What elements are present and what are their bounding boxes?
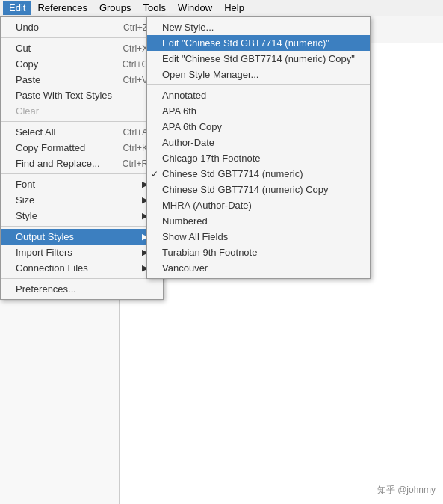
menu-paste-text-styles[interactable]: Paste With Text Styles <box>1 87 163 103</box>
output-styles-numbered-label: Numbered <box>162 215 208 227</box>
edit-menu: Undo Ctrl+Z Cut Ctrl+X Copy Ctrl+C Paste… <box>0 16 164 300</box>
output-styles-gbt-copy[interactable]: Chinese Std GBT7714 (numeric) Copy <box>147 182 370 197</box>
menu-find-replace-shortcut: Ctrl+R <box>123 159 148 169</box>
menu-font-label: Font <box>16 179 35 190</box>
output-styles-annotated-label: Annotated <box>162 90 206 101</box>
menu-copy-shortcut: Ctrl+C <box>123 59 148 70</box>
separator-6 <box>147 84 370 85</box>
output-styles-vancouver-label: Vancouver <box>162 262 208 274</box>
output-styles-author-date-label: Author-Date <box>162 137 214 148</box>
output-styles-apa6-copy[interactable]: APA 6th Copy <box>147 119 370 135</box>
output-styles-edit-copy[interactable]: Edit "Chinese Std GBT7714 (numeric) Copy… <box>147 51 370 67</box>
output-styles-mhra[interactable]: MHRA (Author-Date) <box>147 197 370 213</box>
output-styles-author-date[interactable]: Author-Date <box>147 135 370 150</box>
menu-style[interactable]: Style ▶ <box>1 208 163 224</box>
output-styles-apa6[interactable]: APA 6th <box>147 103 370 119</box>
output-styles-gbt-checked[interactable]: ✓ Chinese Std GBT7714 (numeric) <box>147 166 370 182</box>
menu-font[interactable]: Font ▶ <box>1 176 163 192</box>
menu-clear[interactable]: Clear <box>1 103 163 119</box>
output-styles-apa6-label: APA 6th <box>162 105 196 117</box>
output-styles-submenu: New Style... Edit "Chinese Std GBT7714 (… <box>146 16 371 279</box>
menu-copy-formatted-shortcut: Ctrl+K <box>123 143 148 153</box>
output-styles-vancouver[interactable]: Vancouver <box>147 260 370 276</box>
output-styles-edit-copy-label: Edit "Chinese Std GBT7714 (numeric) Copy… <box>162 53 355 64</box>
output-styles-gbt-copy-label: Chinese Std GBT7714 (numeric) Copy <box>162 184 329 195</box>
menu-preferences-label: Preferences... <box>16 283 76 295</box>
output-styles-turabian-label: Turabian 9th Footnote <box>162 247 257 258</box>
output-styles-chicago[interactable]: Chicago 17th Footnote <box>147 150 370 166</box>
output-styles-annotated[interactable]: Annotated <box>147 87 370 103</box>
menubar-window[interactable]: Window <box>172 1 218 15</box>
output-styles-new[interactable]: New Style... <box>147 19 370 35</box>
menubar-tools[interactable]: Tools <box>137 1 172 15</box>
menu-find-replace-label: Find and Replace... <box>16 158 100 169</box>
menu-paste[interactable]: Paste Ctrl+V <box>1 72 163 87</box>
menu-undo-label: Undo <box>16 22 39 33</box>
separator-2 <box>1 121 163 122</box>
menu-find-replace[interactable]: Find and Replace... Ctrl+R <box>1 156 163 171</box>
separator-3 <box>1 173 163 174</box>
menu-copy-label: Copy <box>16 58 38 70</box>
output-styles-open-manager[interactable]: Open Style Manager... <box>147 67 370 82</box>
output-styles-show-all[interactable]: Show All Fields <box>147 229 370 245</box>
menu-copy-formatted-label: Copy Formatted <box>16 142 85 153</box>
menu-paste-label: Paste <box>16 74 40 85</box>
menu-cut-shortcut: Ctrl+X <box>123 43 148 54</box>
separator-5 <box>1 278 163 279</box>
menu-connection-files[interactable]: Connection Files ▶ <box>1 260 163 276</box>
output-styles-chicago-label: Chicago 17th Footnote <box>162 153 261 164</box>
menu-style-label: Style <box>16 210 37 221</box>
menu-paste-shortcut: Ctrl+V <box>123 75 148 85</box>
separator-1 <box>1 37 163 38</box>
output-styles-show-all-label: Show All Fields <box>162 231 228 242</box>
menu-cut[interactable]: Cut Ctrl+X <box>1 40 163 56</box>
menu-select-all-label: Select All <box>16 126 55 138</box>
menu-paste-text-label: Paste With Text Styles <box>16 90 112 101</box>
menu-import-filters[interactable]: Import Filters ▶ <box>1 245 163 260</box>
menu-preferences[interactable]: Preferences... <box>1 281 163 297</box>
output-styles-numbered[interactable]: Numbered <box>147 213 370 229</box>
output-styles-new-label: New Style... <box>162 22 214 33</box>
watermark: 知乎 @johnmy <box>377 484 436 497</box>
output-styles-edit-current[interactable]: Edit "Chinese Std GBT7714 (numeric)" <box>147 35 370 51</box>
menu-import-filters-label: Import Filters <box>16 247 72 258</box>
menu-size-label: Size <box>16 194 34 206</box>
menu-select-all[interactable]: Select All Ctrl+A <box>1 124 163 140</box>
menu-select-all-shortcut: Ctrl+A <box>123 127 148 138</box>
output-styles-mhra-label: MHRA (Author-Date) <box>162 200 252 211</box>
menu-undo[interactable]: Undo Ctrl+Z <box>1 19 163 35</box>
menu-size[interactable]: Size ▶ <box>1 192 163 208</box>
output-styles-gbt-label: Chinese Std GBT7714 (numeric) <box>162 168 303 179</box>
menu-copy-formatted[interactable]: Copy Formatted Ctrl+K <box>1 140 163 156</box>
menu-clear-label: Clear <box>16 105 39 117</box>
output-styles-edit-current-label: Edit "Chinese Std GBT7714 (numeric)" <box>162 37 329 49</box>
checkmark-icon: ✓ <box>151 169 158 179</box>
menu-copy[interactable]: Copy Ctrl+C <box>1 56 163 72</box>
menubar-groups[interactable]: Groups <box>93 1 137 15</box>
output-styles-open-manager-label: Open Style Manager... <box>162 69 258 80</box>
menubar-help[interactable]: Help <box>218 1 250 15</box>
menu-connection-files-label: Connection Files <box>16 262 88 274</box>
menu-output-styles[interactable]: Output Styles ▶ <box>1 229 163 245</box>
output-styles-apa6-copy-label: APA 6th Copy <box>162 121 222 132</box>
menubar-edit[interactable]: Edit <box>3 1 31 15</box>
menu-cut-label: Cut <box>16 43 31 54</box>
menubar-references[interactable]: References <box>31 1 93 15</box>
menu-output-styles-label: Output Styles <box>16 231 74 242</box>
separator-4 <box>1 226 163 227</box>
output-styles-turabian[interactable]: Turabian 9th Footnote <box>147 245 370 260</box>
menubar: Edit References Groups Tools Window Help <box>0 0 443 16</box>
menu-undo-shortcut: Ctrl+Z <box>123 22 148 33</box>
